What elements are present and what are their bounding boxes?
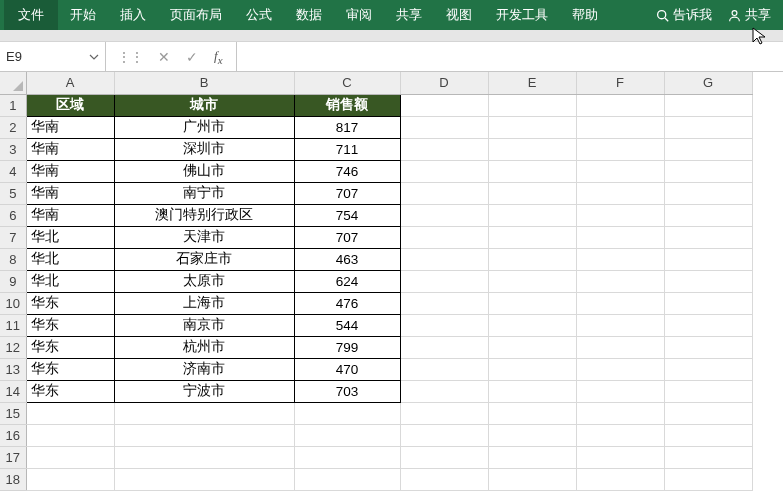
tab-formulas[interactable]: 公式 bbox=[234, 0, 284, 30]
col-header-C[interactable]: C bbox=[294, 72, 400, 94]
cell-sales[interactable]: 817 bbox=[294, 116, 400, 138]
cell-empty[interactable] bbox=[488, 116, 576, 138]
row-header-14[interactable]: 14 bbox=[0, 380, 26, 402]
cell-empty[interactable] bbox=[664, 336, 752, 358]
cell-empty[interactable] bbox=[576, 292, 664, 314]
tab-share[interactable]: 共享 bbox=[384, 0, 434, 30]
cell-empty[interactable] bbox=[576, 424, 664, 446]
cell-empty[interactable] bbox=[488, 138, 576, 160]
cell-empty[interactable] bbox=[294, 468, 400, 490]
cell-empty[interactable] bbox=[488, 358, 576, 380]
cell-empty[interactable] bbox=[114, 402, 294, 424]
col-header-E[interactable]: E bbox=[488, 72, 576, 94]
row-header-7[interactable]: 7 bbox=[0, 226, 26, 248]
col-header-A[interactable]: A bbox=[26, 72, 114, 94]
cell-empty[interactable] bbox=[664, 160, 752, 182]
col-header-G[interactable]: G bbox=[664, 72, 752, 94]
cell-city[interactable]: 上海市 bbox=[114, 292, 294, 314]
cell-empty[interactable] bbox=[488, 160, 576, 182]
cell-empty[interactable] bbox=[488, 380, 576, 402]
cancel-button[interactable]: ✕ bbox=[150, 49, 178, 65]
formula-input[interactable] bbox=[237, 42, 783, 71]
enter-button[interactable]: ✓ bbox=[178, 49, 206, 65]
tab-insert[interactable]: 插入 bbox=[108, 0, 158, 30]
cell-empty[interactable] bbox=[488, 270, 576, 292]
cell-empty[interactable] bbox=[488, 94, 576, 116]
cell-empty[interactable] bbox=[114, 468, 294, 490]
row-header-16[interactable]: 16 bbox=[0, 424, 26, 446]
cell-empty[interactable] bbox=[576, 270, 664, 292]
cell-region[interactable]: 华南 bbox=[26, 204, 114, 226]
cell-empty[interactable] bbox=[664, 402, 752, 424]
cell-sales[interactable]: 754 bbox=[294, 204, 400, 226]
tab-data[interactable]: 数据 bbox=[284, 0, 334, 30]
cell-empty[interactable] bbox=[576, 358, 664, 380]
row-header-4[interactable]: 4 bbox=[0, 160, 26, 182]
cell-empty[interactable] bbox=[576, 94, 664, 116]
cell-sales[interactable]: 707 bbox=[294, 182, 400, 204]
cell-empty[interactable] bbox=[664, 424, 752, 446]
cell-city[interactable]: 济南市 bbox=[114, 358, 294, 380]
row-header-13[interactable]: 13 bbox=[0, 358, 26, 380]
cell-region[interactable]: 华南 bbox=[26, 160, 114, 182]
cell-empty[interactable] bbox=[488, 182, 576, 204]
cell-empty[interactable] bbox=[400, 336, 488, 358]
row-header-5[interactable]: 5 bbox=[0, 182, 26, 204]
row-header-9[interactable]: 9 bbox=[0, 270, 26, 292]
cell-sales[interactable]: 544 bbox=[294, 314, 400, 336]
cell-empty[interactable] bbox=[294, 402, 400, 424]
select-all-corner[interactable] bbox=[0, 72, 26, 94]
cell-region[interactable]: 华东 bbox=[26, 380, 114, 402]
cell-empty[interactable] bbox=[400, 424, 488, 446]
row-header-18[interactable]: 18 bbox=[0, 468, 26, 490]
cell-sales[interactable]: 624 bbox=[294, 270, 400, 292]
spreadsheet-grid[interactable]: ABCDEFG1区域城市销售额2华南广州市8173华南深圳市7114华南佛山市7… bbox=[0, 72, 783, 491]
cell-empty[interactable] bbox=[400, 226, 488, 248]
cell-empty[interactable] bbox=[114, 424, 294, 446]
cell-region[interactable]: 华东 bbox=[26, 314, 114, 336]
cell-empty[interactable] bbox=[400, 402, 488, 424]
tell-me-search[interactable]: 告诉我 bbox=[648, 0, 720, 30]
cell-empty[interactable] bbox=[400, 248, 488, 270]
cell-empty[interactable] bbox=[576, 314, 664, 336]
cell-sales[interactable]: 799 bbox=[294, 336, 400, 358]
cell-sales[interactable]: 746 bbox=[294, 160, 400, 182]
cell-empty[interactable] bbox=[664, 358, 752, 380]
cell-empty[interactable] bbox=[576, 248, 664, 270]
cell-empty[interactable] bbox=[488, 292, 576, 314]
cell-empty[interactable] bbox=[488, 446, 576, 468]
tab-review[interactable]: 审阅 bbox=[334, 0, 384, 30]
cell-sales[interactable]: 703 bbox=[294, 380, 400, 402]
cell-empty[interactable] bbox=[488, 204, 576, 226]
cell-empty[interactable] bbox=[488, 468, 576, 490]
col-header-D[interactable]: D bbox=[400, 72, 488, 94]
cell-city[interactable]: 深圳市 bbox=[114, 138, 294, 160]
header-sales[interactable]: 销售额 bbox=[294, 94, 400, 116]
cell-empty[interactable] bbox=[400, 380, 488, 402]
cell-empty[interactable] bbox=[664, 116, 752, 138]
cell-empty[interactable] bbox=[664, 468, 752, 490]
share-button[interactable]: 共享 bbox=[720, 0, 779, 30]
row-header-10[interactable]: 10 bbox=[0, 292, 26, 314]
more-icon[interactable]: ⋮⋮ bbox=[112, 50, 150, 64]
cell-empty[interactable] bbox=[576, 402, 664, 424]
cell-empty[interactable] bbox=[488, 226, 576, 248]
cell-empty[interactable] bbox=[400, 182, 488, 204]
cell-empty[interactable] bbox=[488, 402, 576, 424]
tab-help[interactable]: 帮助 bbox=[560, 0, 610, 30]
cell-region[interactable]: 华东 bbox=[26, 292, 114, 314]
cell-empty[interactable] bbox=[400, 116, 488, 138]
cell-city[interactable]: 石家庄市 bbox=[114, 248, 294, 270]
cell-empty[interactable] bbox=[576, 160, 664, 182]
row-header-6[interactable]: 6 bbox=[0, 204, 26, 226]
cell-city[interactable]: 宁波市 bbox=[114, 380, 294, 402]
cell-empty[interactable] bbox=[26, 468, 114, 490]
cell-empty[interactable] bbox=[400, 468, 488, 490]
tab-file[interactable]: 文件 bbox=[4, 0, 58, 30]
cell-sales[interactable]: 470 bbox=[294, 358, 400, 380]
cell-empty[interactable] bbox=[294, 446, 400, 468]
col-header-F[interactable]: F bbox=[576, 72, 664, 94]
header-city[interactable]: 城市 bbox=[114, 94, 294, 116]
row-header-11[interactable]: 11 bbox=[0, 314, 26, 336]
cell-empty[interactable] bbox=[664, 204, 752, 226]
